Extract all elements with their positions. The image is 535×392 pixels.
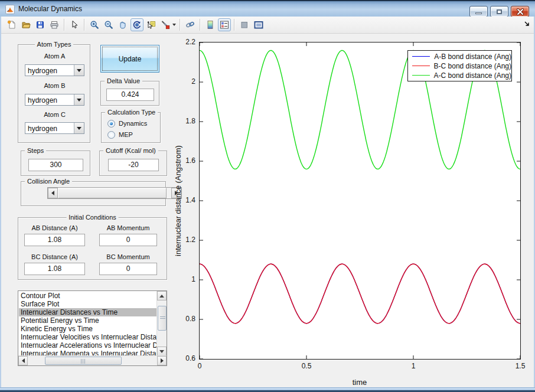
ab-momentum-field[interactable]: 0: [99, 234, 157, 246]
scroll-up-button[interactable]: [157, 291, 167, 300]
delta-value-field[interactable]: 0.424: [106, 89, 154, 101]
cutoff-title: Cutoff (Kcal/ mol): [103, 147, 158, 154]
y-tick-label: 0.6: [165, 354, 195, 362]
atom-c-dropdown[interactable]: hydrogen: [25, 122, 84, 134]
plot-axes[interactable]: [199, 42, 521, 360]
save-figure-button[interactable]: [34, 18, 47, 31]
figure-window: Molecular Dynamics: [0, 0, 535, 392]
atom-c-label: Atom C: [18, 111, 91, 118]
atom-b-label: Atom B: [18, 82, 91, 89]
horizontal-scrollbar[interactable]: [18, 355, 167, 365]
close-icon: [517, 8, 524, 15]
insert-legend-button[interactable]: [218, 18, 231, 31]
slider-left-arrow[interactable]: [48, 188, 58, 198]
list-item[interactable]: Kinetic Energy vs Time: [19, 325, 157, 333]
open-file-button[interactable]: [19, 18, 32, 31]
toolbar-overflow-icon[interactable]: [524, 21, 530, 28]
chevron-down-icon[interactable]: [74, 94, 84, 105]
legend-entry: B-C bond distance (Ang): [408, 62, 511, 70]
matlab-logo-icon: [5, 5, 15, 14]
window-title: Molecular Dynamics: [18, 5, 82, 13]
pointer-icon: [70, 20, 79, 30]
x-tick-label: 0: [185, 362, 214, 370]
data-cursor-button[interactable]: [145, 18, 158, 31]
zoom-in-button[interactable]: [88, 18, 101, 31]
window-border-bottom: [0, 387, 535, 392]
list-item[interactable]: Internuclear Accelerations vs Internucle…: [19, 341, 157, 349]
scroll-left-button[interactable]: [18, 356, 28, 365]
arrow-left-icon: [51, 191, 54, 195]
print-figure-icon: [50, 20, 59, 30]
bc-distance-field[interactable]: 1.08: [24, 263, 85, 275]
arrow-down-icon: [159, 350, 164, 353]
scroll-grip: [81, 359, 86, 364]
minimize-button[interactable]: [469, 6, 488, 17]
plot-legend[interactable]: A-B bond distance (Ang)B-C bond distance…: [407, 50, 512, 81]
atom-a-dropdown[interactable]: hydrogen: [25, 64, 84, 76]
x-tick-label: 1: [399, 362, 428, 370]
chevron-down-icon[interactable]: [74, 65, 84, 76]
arrow-up-icon: [159, 295, 164, 298]
y-tick-label: 0.8: [165, 315, 195, 323]
toolbar-separator: [64, 19, 65, 31]
atom-b-dropdown[interactable]: hydrogen: [25, 94, 84, 106]
figure-toolbar: [1, 17, 534, 34]
open-file-icon: [21, 20, 31, 30]
horizontal-scroll-thumb[interactable]: [45, 357, 122, 365]
title-bar[interactable]: Molecular Dynamics: [0, 0, 535, 17]
zoom-out-button[interactable]: [102, 18, 115, 31]
radio-dynamics[interactable]: [107, 120, 115, 128]
plot-curves: [200, 43, 520, 359]
ab-distance-label: AB Distance (A): [24, 224, 85, 231]
dock-figure-button[interactable]: [252, 18, 265, 31]
maximize-button[interactable]: [490, 6, 508, 17]
list-item[interactable]: Internuclear Distances vs Time: [19, 308, 157, 316]
delta-value-title: Delta Value: [105, 77, 142, 84]
close-button[interactable]: [511, 6, 529, 17]
new-figure-button[interactable]: [5, 18, 18, 31]
save-figure-icon: [35, 20, 45, 30]
calculation-type-title: Calculation Type: [105, 109, 158, 116]
slider-thumb[interactable]: [58, 188, 167, 198]
list-item[interactable]: Potential Energy vs Time: [19, 316, 157, 325]
cutoff-field[interactable]: -20: [108, 159, 159, 171]
pointer-tool-button[interactable]: [68, 18, 81, 31]
legend-line-sample: [412, 66, 430, 66]
radio-mep[interactable]: [107, 131, 115, 139]
window-border-left: [0, 17, 1, 387]
hide-plot-tools-button[interactable]: [238, 18, 251, 31]
toolbar-separator: [180, 19, 181, 31]
toolbar-separator: [234, 19, 235, 31]
insert-colorbar-button[interactable]: [204, 18, 217, 31]
chevron-down-icon[interactable]: [74, 123, 84, 133]
x-tick-label: 0.5: [292, 362, 321, 370]
vertical-scrollbar[interactable]: [156, 291, 167, 356]
collision-angle-slider[interactable]: [47, 187, 182, 199]
link-plot-icon: [185, 20, 195, 30]
print-figure-button[interactable]: [48, 18, 61, 31]
zoom-in-icon: [90, 20, 99, 30]
atom-b-value: hydrogen: [28, 96, 57, 104]
list-item[interactable]: Internuclear Velocities vs Internuclear …: [19, 333, 157, 341]
rotate-3d-button[interactable]: [131, 18, 143, 31]
link-plot-button[interactable]: [184, 18, 197, 31]
maximize-icon: [497, 9, 502, 14]
pan-tool-button[interactable]: [116, 18, 129, 31]
legend-label: A-B bond distance (Ang): [434, 53, 511, 61]
initial-conditions-title: Initial Conditions: [66, 214, 119, 221]
plot-type-listbox[interactable]: Contour PlotSurface PlotInternuclear Dis…: [18, 290, 167, 366]
list-item[interactable]: Surface Plot: [19, 300, 157, 308]
steps-field[interactable]: 300: [28, 159, 83, 171]
brush-dropdown-caret[interactable]: [172, 24, 176, 26]
y-tick-label: 2: [165, 77, 195, 86]
brush-tool-button[interactable]: [159, 18, 172, 31]
atom-a-label: Atom A: [18, 53, 91, 60]
bc-momentum-field[interactable]: 0: [99, 263, 157, 275]
dock-figure-icon: [254, 20, 263, 30]
update-button[interactable]: Update: [100, 45, 159, 73]
arrow-right-icon: [161, 358, 164, 363]
ab-distance-field[interactable]: 1.08: [24, 234, 85, 246]
legend-line-sample: [412, 75, 430, 76]
list-item[interactable]: Contour Plot: [19, 292, 157, 300]
toolbar-separator: [200, 19, 201, 31]
